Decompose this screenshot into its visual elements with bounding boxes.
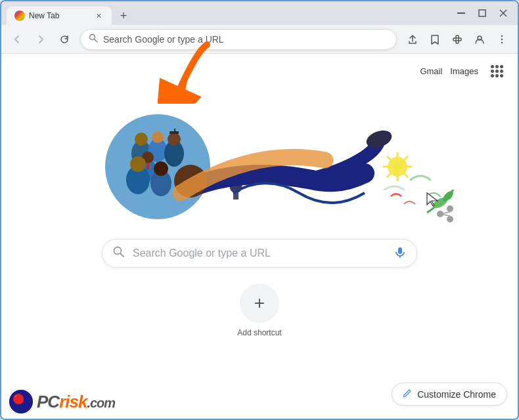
svg-point-13 [501,41,503,43]
svg-point-54 [9,390,33,413]
svg-rect-27 [147,163,149,169]
pcrisk-ball-icon [9,390,33,413]
gmail-link[interactable]: Gmail [420,66,442,76]
page-content: Gmail Images [1,54,518,419]
svg-line-5 [95,39,98,43]
customize-chrome-label: Customize Chrome [417,389,496,400]
minimize-button[interactable] [452,4,470,22]
search-bar[interactable]: Search Google or type a URL [102,239,417,268]
window-controls [452,4,512,22]
address-bar[interactable]: Search Google or type a URL [80,29,397,50]
svg-rect-6 [453,38,456,41]
back-button[interactable] [7,29,28,50]
browser-window: New Tab ✕ + [0,0,519,420]
tab-strip: New Tab ✕ + [7,1,449,25]
google-header: Gmail Images [1,54,518,88]
profile-button[interactable] [469,29,490,50]
pcrisk-text: PCrisk.com [37,392,115,412]
google-apps-button[interactable] [486,60,507,81]
forward-button[interactable] [30,29,51,50]
svg-point-12 [501,38,503,39]
search-bar-placeholder: Search Google or type a URL [133,247,386,259]
bookmark-button[interactable] [424,29,445,50]
extensions-button[interactable] [447,29,468,50]
search-icon-main [113,246,125,261]
menu-button[interactable] [491,29,512,50]
add-shortcut-label: Add shortcut [237,328,281,337]
svg-point-47 [447,205,453,212]
apps-grid-icon [491,65,503,77]
svg-point-31 [154,161,168,176]
pcrisk-logo: PCrisk.com [9,390,115,413]
pcrisk-watermark: PCrisk.com [1,385,123,419]
svg-rect-8 [456,35,459,38]
tab-title: New Tab [29,11,89,20]
svg-rect-0 [457,12,465,14]
svg-line-51 [120,253,124,257]
reload-button[interactable] [54,29,75,50]
share-button[interactable] [402,29,423,50]
pcrisk-dotcom: .com [87,396,115,410]
google-doodle [1,88,518,232]
toolbar: Search Google or type a URL [1,25,518,54]
address-bar-container: Search Google or type a URL [80,29,397,50]
images-link[interactable]: Images [450,66,478,76]
svg-rect-24 [174,129,175,134]
pcrisk-pc: PC [37,392,59,411]
pcrisk-risk: risk [59,392,87,411]
svg-point-18 [135,133,148,146]
svg-point-20 [152,131,164,143]
maximize-button[interactable] [473,4,491,22]
address-bar-text: Search Google or type a URL [103,34,388,45]
search-icon [89,33,98,45]
shortcuts-area: + Add shortcut [237,284,281,337]
tab-close-button[interactable]: ✕ [93,10,104,21]
customize-chrome-button[interactable]: Customize Chrome [392,383,507,406]
close-button[interactable] [494,4,512,22]
title-bar: New Tab ✕ + [1,1,518,25]
svg-point-56 [15,396,19,400]
doodle-illustration [62,94,457,226]
add-shortcut-button[interactable]: + [240,284,279,323]
svg-rect-52 [398,247,402,254]
new-tab-button[interactable]: + [114,7,133,25]
svg-point-45 [447,216,453,222]
svg-point-29 [130,156,146,172]
active-tab[interactable]: New Tab ✕ [7,7,112,25]
svg-rect-9 [456,41,459,43]
svg-point-22 [168,133,181,146]
svg-point-55 [13,394,24,404]
svg-rect-7 [459,38,461,41]
svg-point-11 [501,35,503,36]
search-bar-container: Search Google or type a URL [102,239,417,268]
tab-favicon [14,10,25,21]
toolbar-actions [402,29,512,50]
customize-pencil-icon [403,388,412,400]
svg-rect-1 [479,10,485,16]
microphone-icon[interactable] [394,246,406,261]
